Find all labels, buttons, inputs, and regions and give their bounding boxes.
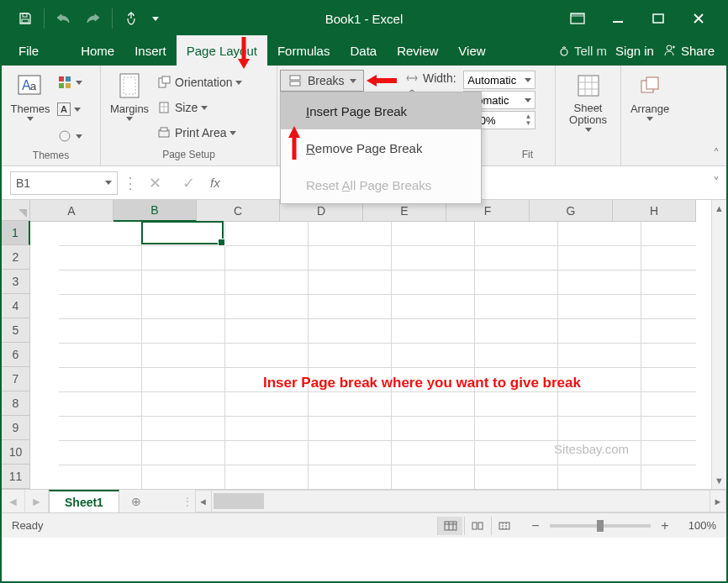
- margins-button[interactable]: Margins: [106, 69, 153, 121]
- watermark-text: Sitesbay.com: [554, 442, 629, 456]
- tab-file[interactable]: File: [2, 35, 54, 66]
- svg-point-7: [667, 45, 672, 50]
- undo-icon[interactable]: [50, 6, 76, 31]
- width-icon: [404, 71, 419, 86]
- vertical-scrollbar[interactable]: ▲ ▼: [711, 200, 726, 489]
- sheet-options-button[interactable]: Sheet Options: [565, 69, 612, 132]
- column-header[interactable]: B: [113, 200, 197, 222]
- hscroll-thumb[interactable]: [214, 493, 264, 509]
- view-page-layout-icon[interactable]: [464, 517, 489, 535]
- group-themes: Aa Themes A Themes: [2, 66, 101, 165]
- svg-rect-1: [22, 19, 29, 23]
- theme-colors-button[interactable]: [57, 71, 82, 94]
- horizontal-scrollbar[interactable]: ◄ ►: [195, 490, 726, 512]
- tell-me[interactable]: Tell m: [559, 44, 607, 58]
- row-header[interactable]: 11: [2, 465, 30, 489]
- ribbon-display-icon[interactable]: [558, 6, 597, 31]
- column-header[interactable]: C: [197, 200, 280, 222]
- svg-rect-33: [499, 523, 509, 529]
- svg-rect-19: [162, 76, 170, 83]
- row-header[interactable]: 2: [2, 245, 30, 270]
- svg-rect-24: [290, 81, 300, 86]
- colors-icon: [57, 75, 72, 90]
- svg-rect-14: [66, 83, 71, 88]
- size-button[interactable]: Size: [156, 96, 242, 119]
- svg-rect-32: [478, 523, 483, 529]
- sign-in[interactable]: Sign in: [615, 44, 654, 58]
- add-sheet-button[interactable]: ⊕: [119, 490, 153, 512]
- tab-split-grip-icon[interactable]: ⋮: [180, 490, 195, 512]
- row-header[interactable]: 8: [2, 391, 30, 416]
- fx-icon[interactable]: fx: [210, 176, 220, 190]
- save-icon[interactable]: [12, 6, 39, 31]
- column-header[interactable]: H: [613, 200, 696, 222]
- breaks-button[interactable]: Breaks: [280, 70, 364, 92]
- column-header[interactable]: G: [530, 200, 613, 222]
- tab-page-layout[interactable]: Page Layout: [177, 35, 267, 66]
- annotation-arrow-left-icon: [365, 72, 398, 89]
- select-all-corner[interactable]: [2, 200, 30, 221]
- row-header[interactable]: 7: [2, 367, 30, 391]
- themes-button[interactable]: Aa Themes: [7, 69, 54, 121]
- touch-mode-icon[interactable]: [118, 6, 145, 31]
- fbar-grip-icon[interactable]: ⋮: [123, 174, 138, 192]
- tab-data[interactable]: Data: [340, 35, 387, 66]
- menu-remove-page-break[interactable]: Remove Page Break: [281, 129, 481, 166]
- sheet-nav-prev-icon[interactable]: ◄: [2, 490, 25, 512]
- share-button[interactable]: Share: [662, 44, 715, 58]
- size-label: Size: [175, 101, 198, 114]
- zoom-in-button[interactable]: +: [657, 518, 673, 533]
- tab-view[interactable]: View: [448, 35, 495, 66]
- collapse-ribbon-icon[interactable]: ˄: [713, 146, 720, 162]
- menu-insert-page-break[interactable]: Insert Page Break: [281, 92, 481, 129]
- margins-label: Margins: [110, 102, 149, 115]
- theme-fonts-button[interactable]: A: [57, 97, 82, 121]
- view-page-break-icon[interactable]: [491, 517, 516, 535]
- theme-effects-button[interactable]: [57, 124, 82, 148]
- width-label: Width:: [423, 71, 456, 85]
- svg-rect-5: [653, 14, 663, 23]
- svg-point-6: [561, 49, 567, 55]
- row-header[interactable]: 5: [2, 318, 30, 343]
- row-header[interactable]: 9: [2, 416, 30, 440]
- scroll-down-icon[interactable]: ▼: [712, 472, 726, 489]
- row-header[interactable]: 3: [2, 270, 30, 294]
- sheet-tab-sheet1[interactable]: Sheet1: [49, 490, 119, 512]
- active-cell[interactable]: [141, 221, 224, 244]
- expand-formula-bar-icon[interactable]: ˅: [713, 175, 720, 191]
- tab-review[interactable]: Review: [387, 35, 448, 66]
- orientation-button[interactable]: Orientation: [156, 71, 242, 94]
- maximize-icon[interactable]: [639, 6, 678, 31]
- scroll-left-icon[interactable]: ◄: [195, 490, 212, 512]
- width-select[interactable]: Automatic: [463, 71, 535, 89]
- redo-icon[interactable]: [80, 6, 107, 31]
- status-bar: Ready − + 100%: [2, 512, 726, 538]
- row-header[interactable]: 4: [2, 294, 30, 318]
- zoom-slider[interactable]: [550, 524, 651, 528]
- sheet-nav-next-icon[interactable]: ►: [25, 490, 49, 512]
- tab-home[interactable]: Home: [71, 35, 124, 66]
- zoom-out-button[interactable]: −: [528, 518, 543, 533]
- row-header[interactable]: 1: [2, 221, 30, 245]
- svg-rect-29: [646, 77, 658, 89]
- arrange-icon: [635, 71, 665, 101]
- ribbon: Aa Themes A Themes Margins Orientation S…: [2, 66, 726, 166]
- print-area-button[interactable]: Print Area: [156, 121, 242, 144]
- qat-customize-icon[interactable]: [148, 6, 163, 31]
- scroll-right-icon[interactable]: ►: [710, 490, 726, 512]
- tab-insert[interactable]: Insert: [124, 35, 177, 66]
- column-header[interactable]: A: [30, 200, 113, 222]
- close-icon[interactable]: [679, 6, 718, 31]
- zoom-thumb[interactable]: [597, 520, 604, 532]
- breaks-icon: [288, 73, 303, 88]
- name-box[interactable]: B1: [10, 171, 118, 195]
- arrange-button[interactable]: Arrange: [626, 69, 673, 121]
- tab-formulas[interactable]: Formulas: [267, 35, 340, 66]
- view-normal-icon[interactable]: [437, 517, 462, 535]
- annotation-arrow-down-icon: [235, 35, 252, 72]
- row-header[interactable]: 10: [2, 440, 30, 465]
- minimize-icon[interactable]: [599, 6, 637, 31]
- scroll-up-icon[interactable]: ▲: [712, 200, 726, 217]
- row-header[interactable]: 6: [2, 343, 30, 367]
- svg-rect-23: [290, 76, 300, 80]
